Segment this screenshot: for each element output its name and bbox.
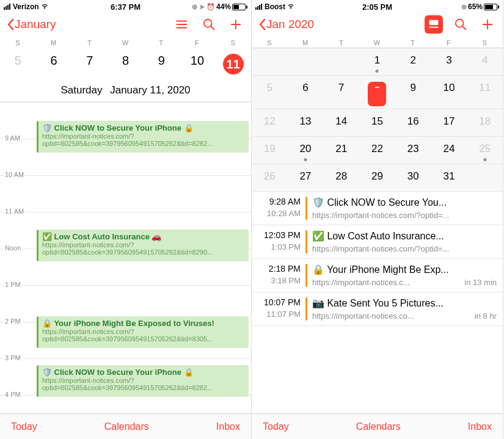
search-button[interactable] — [451, 15, 470, 34]
hour-label: 4 PM — [4, 391, 22, 398]
tab-inbox[interactable]: Inbox — [468, 421, 492, 432]
event-relative-time: in 8 hr — [475, 311, 497, 321]
back-button[interactable]: Jan 2020 — [258, 18, 314, 31]
month-cell[interactable]: 31 — [431, 164, 467, 191]
event-end: 1:03 PM — [255, 242, 301, 252]
event-row[interactable]: 2:18 PM 3:18 PM 🔒 Your iPhone Might Be E… — [252, 259, 503, 292]
event-title: 🛡️ Click NOW to Secure Your iPhone 🔒 — [42, 368, 245, 377]
month-cell[interactable]: 20 — [288, 137, 324, 164]
add-button[interactable] — [478, 15, 497, 34]
weekday-label: S — [252, 39, 288, 46]
month-cell[interactable]: 15 — [359, 109, 395, 136]
month-cell[interactable]: 18 — [467, 109, 503, 136]
day-timeline[interactable]: 9 AM10 AM11 AMNoon1 PM2 PM3 PM4 PM5 PM 🛡… — [0, 102, 251, 413]
battery-icon — [232, 4, 247, 10]
hour-row: 10 AM — [0, 176, 251, 212]
day-cell[interactable]: 5 — [0, 50, 36, 78]
date-label: January 11, 2020 — [110, 84, 190, 96]
month-cell[interactable]: 22 — [359, 137, 395, 164]
month-cell[interactable]: 4 — [467, 48, 503, 75]
event-url: optid=802585&cook=397956095491570526​2&t… — [42, 384, 245, 391]
month-cell[interactable]: 21 — [323, 137, 359, 164]
event-title: 🔒 Your iPhone Might Be Exp... — [312, 264, 497, 275]
hour-label: Noon — [4, 244, 22, 252]
calendar-event[interactable]: 🔒 Your iPhone Might Be Exposed to Viruse… — [37, 316, 249, 348]
search-icon — [454, 18, 467, 31]
month-cell[interactable]: 2 — [395, 48, 431, 75]
tab-calendars[interactable]: Calendars — [104, 421, 149, 432]
tab-today[interactable]: Today — [263, 421, 289, 432]
svg-point-1 — [176, 24, 177, 25]
month-cell[interactable]: 5 — [252, 76, 288, 109]
day-cell[interactable]: 11 — [215, 50, 251, 78]
day-cell[interactable]: 10 — [180, 50, 216, 78]
weekday-header: SMTWTFS — [0, 37, 251, 48]
month-cell[interactable] — [252, 48, 288, 75]
month-cell[interactable]: 7 — [323, 76, 359, 109]
signal-icon — [255, 4, 262, 10]
event-row[interactable]: 9:28 AM 10:28 AM 🛡️ Click NOW to Secure … — [252, 192, 503, 225]
month-cell[interactable]: 11 — [467, 76, 503, 109]
month-cell[interactable]: 3 — [431, 48, 467, 75]
month-cell[interactable]: 28 — [323, 164, 359, 191]
day-view-button[interactable] — [425, 15, 443, 34]
hour-label: 2 PM — [4, 317, 22, 325]
event-title: 🔒 Your iPhone Might Be Exposed to Viruse… — [42, 319, 245, 328]
month-cell[interactable]: 29 — [359, 164, 395, 191]
event-dot — [376, 70, 379, 73]
month-cell[interactable] — [288, 48, 324, 75]
hour-label: 1 PM — [4, 281, 22, 288]
month-cell[interactable]: 24 — [431, 137, 467, 164]
tab-calendars[interactable]: Calendars — [356, 421, 401, 432]
month-cell[interactable]: 23 — [395, 137, 431, 164]
month-cell[interactable]: 12 — [252, 109, 288, 136]
weekday-label: M — [288, 39, 324, 46]
month-cell[interactable]: 9 — [395, 76, 431, 109]
month-cell[interactable] — [467, 164, 503, 191]
month-cell[interactable]: 30 — [395, 164, 431, 191]
tab-inbox[interactable]: Inbox — [216, 421, 240, 432]
event-list[interactable]: 9:28 AM 10:28 AM 🛡️ Click NOW to Secure … — [252, 192, 503, 413]
event-row[interactable]: 12:03 PM 1:03 PM ✅ Low Cost Auto Insuran… — [252, 225, 503, 259]
event-color-bar — [305, 297, 307, 321]
event-dot — [483, 158, 486, 161]
hour-label: 11 AM — [4, 208, 25, 215]
day-cell[interactable]: 9 — [144, 50, 180, 78]
month-cell[interactable]: 13 — [288, 109, 324, 136]
event-url: https://important-notices.com/? — [42, 328, 245, 335]
calendar-event[interactable]: ✅ Low Cost Auto Insurance 🚗 https://impo… — [37, 230, 249, 261]
day-cell[interactable]: 6 — [36, 50, 72, 78]
calendar-event[interactable]: 🛡️ Click NOW to Secure Your iPhone 🔒 htt… — [37, 121, 249, 153]
event-start: 12:03 PM — [255, 230, 301, 240]
tab-today[interactable]: Today — [11, 421, 37, 432]
search-button[interactable] — [200, 15, 218, 34]
month-cell[interactable]: 10 — [431, 76, 467, 109]
event-start: 2:18 PM — [255, 264, 301, 274]
back-button[interactable]: January — [6, 18, 56, 31]
month-row: 262728293031 — [252, 164, 503, 192]
month-cell[interactable]: 1 — [359, 48, 395, 75]
nav-bar: Jan 2020 — [252, 12, 503, 37]
month-cell[interactable]: 14 — [323, 109, 359, 136]
month-cell[interactable]: 8 — [359, 76, 395, 109]
month-cell[interactable]: 26 — [252, 164, 288, 191]
event-times: 12:03 PM 1:03 PM — [255, 230, 305, 253]
day-cell[interactable]: 7 — [71, 50, 108, 78]
event-row[interactable]: 10:07 PM 11:07 PM 📷 Kate Sent You 5 Pict… — [252, 292, 503, 326]
day-cell[interactable]: 8 — [108, 50, 144, 78]
plus-icon — [229, 18, 243, 31]
tab-bar: Today Calendars Inbox — [0, 413, 251, 439]
month-cell[interactable]: 25 — [467, 137, 503, 164]
month-cell[interactable]: 16 — [395, 109, 431, 136]
svg-point-0 — [176, 21, 177, 22]
month-cell[interactable]: 19 — [252, 137, 288, 164]
add-button[interactable] — [227, 15, 245, 34]
weekday-label: T — [71, 39, 108, 46]
list-view-button[interactable] — [173, 15, 191, 34]
month-cell[interactable]: 17 — [431, 109, 467, 136]
month-cell[interactable]: 27 — [288, 164, 324, 191]
calendar-event[interactable]: 🛡️ Click NOW to Secure Your iPhone 🔒 htt… — [37, 365, 249, 397]
month-cell[interactable] — [323, 48, 359, 75]
month-cell[interactable]: 6 — [288, 76, 324, 109]
weekday-label: T — [144, 39, 180, 46]
